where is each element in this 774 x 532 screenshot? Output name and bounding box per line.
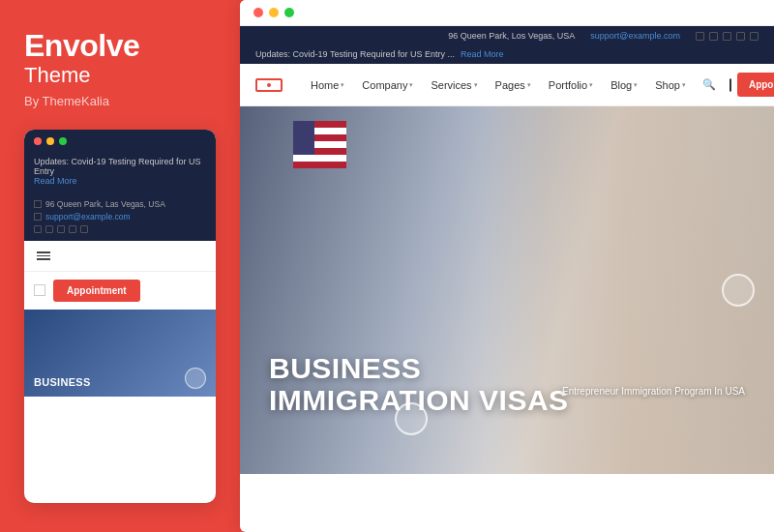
mobile-read-more[interactable]: Read More <box>34 176 77 186</box>
search-icon[interactable]: 🔍 <box>695 78 724 91</box>
desktop-twitter-icon[interactable] <box>709 32 718 41</box>
desktop-nav: Home ▾ Company ▾ Services ▾ Pages ▾ Port… <box>240 64 774 106</box>
nav-shop[interactable]: Shop ▾ <box>646 64 695 106</box>
portfolio-chevron-icon: ▾ <box>589 81 593 89</box>
desktop-email[interactable]: support@example.com <box>590 31 680 41</box>
mobile-hero-text: BUSINESS <box>34 376 91 389</box>
mobile-appointment-button[interactable]: Appointment <box>53 280 140 302</box>
hero-subtitle-right: Entrepreneur Immigration Program In USA <box>562 386 745 397</box>
us-flag <box>293 121 346 227</box>
desktop-maximize-dot <box>284 8 294 17</box>
desktop-google-icon[interactable] <box>723 32 731 41</box>
nav-services[interactable]: Services ▾ <box>422 64 486 106</box>
brand-section: Envolve Theme By ThemeKalia <box>24 29 216 108</box>
hero-prev-button[interactable] <box>395 402 428 435</box>
nav-company[interactable]: Company ▾ <box>353 64 422 106</box>
desktop-instagram-icon[interactable] <box>750 32 759 41</box>
desktop-news-text: Updates: Covid-19 Testing Required for U… <box>255 49 455 59</box>
desktop-facebook-icon[interactable] <box>696 32 704 41</box>
desktop-nav-logo <box>255 78 283 92</box>
mobile-checkbox-2 <box>34 213 42 221</box>
left-panel: Envolve Theme By ThemeKalia Updates: Cov… <box>0 0 240 532</box>
desktop-read-more[interactable]: Read More <box>461 49 504 59</box>
cart-icon[interactable] <box>729 78 731 92</box>
desktop-title-bar <box>240 0 774 26</box>
mobile-instagram-icon[interactable] <box>80 225 88 233</box>
nav-portfolio[interactable]: Portfolio ▾ <box>540 64 602 106</box>
brand-subtitle: Theme <box>24 63 216 88</box>
mobile-email[interactable]: support@example.com <box>45 212 131 222</box>
desktop-close-dot <box>253 8 263 17</box>
company-chevron-icon: ▾ <box>409 81 413 89</box>
desktop-nav-items: Home ▾ Company ▾ Services ▾ Pages ▾ Port… <box>302 64 695 106</box>
mobile-address: 96 Queen Park, Las Vegas, USA <box>45 199 165 209</box>
nav-pages[interactable]: Pages ▾ <box>487 64 540 106</box>
desktop-mockup: 96 Queen Park, Los Vegas, USA support@ex… <box>240 0 774 532</box>
mobile-hero-nav-circle[interactable] <box>185 368 206 389</box>
nav-appointment-button[interactable]: Appointment <box>737 73 774 97</box>
logo-icon <box>255 78 283 92</box>
mobile-appointment-row: Appointment <box>24 272 216 310</box>
desktop-hero: BUSINESS IMMIGRATION VISAS Entrepreneur … <box>240 106 774 474</box>
minimize-dot <box>46 137 54 145</box>
nav-home[interactable]: Home ▾ <box>302 64 353 106</box>
blog-chevron-icon: ▾ <box>634 81 638 89</box>
hero-title-line1: BUSINESS <box>269 352 569 384</box>
brand-by: By ThemeKalia <box>24 94 216 108</box>
mobile-mockup: Updates: Covid-19 Testing Required for U… <box>24 130 216 503</box>
pages-chevron-icon: ▾ <box>527 81 531 89</box>
mobile-email-row: support@example.com <box>34 212 206 222</box>
logo-dot <box>267 83 271 87</box>
desktop-social-icons <box>696 32 759 41</box>
home-chevron-icon: ▾ <box>341 81 344 89</box>
mobile-facebook-icon[interactable] <box>34 225 42 233</box>
desktop-news-bar: Updates: Covid-19 Testing Required for U… <box>240 45 774 64</box>
mobile-appt-checkbox[interactable] <box>34 284 45 296</box>
mobile-hero: BUSINESS <box>24 310 216 397</box>
hero-next-button[interactable] <box>722 274 755 307</box>
mobile-linkedin-icon[interactable] <box>69 225 76 233</box>
mobile-info-section: 96 Queen Park, Las Vegas, USA support@ex… <box>24 193 216 241</box>
mobile-news-bar: Updates: Covid-19 Testing Required for U… <box>24 153 216 193</box>
desktop-linkedin-icon[interactable] <box>736 32 745 41</box>
hamburger-menu-icon[interactable] <box>34 249 53 263</box>
services-chevron-icon: ▾ <box>474 81 478 89</box>
mobile-twitter-icon[interactable] <box>45 225 53 233</box>
mobile-address-row: 96 Queen Park, Las Vegas, USA <box>34 199 206 209</box>
mobile-title-bar <box>24 130 216 153</box>
mobile-news-text: Updates: Covid-19 Testing Required for U… <box>34 157 200 176</box>
desktop-top-info-bar: 96 Queen Park, Los Vegas, USA support@ex… <box>240 26 774 45</box>
mobile-nav-bar <box>24 241 216 272</box>
desktop-minimize-dot <box>269 8 279 17</box>
close-dot <box>34 137 42 145</box>
mobile-social-icons <box>34 225 206 233</box>
brand-title: Envolve <box>24 29 216 63</box>
shop-chevron-icon: ▾ <box>682 81 686 89</box>
mobile-checkbox-1 <box>34 200 42 208</box>
maximize-dot <box>59 137 67 145</box>
desktop-address: 96 Queen Park, Los Vegas, USA <box>448 31 575 41</box>
nav-blog[interactable]: Blog ▾ <box>602 64 646 106</box>
mobile-google-icon[interactable] <box>57 225 65 233</box>
